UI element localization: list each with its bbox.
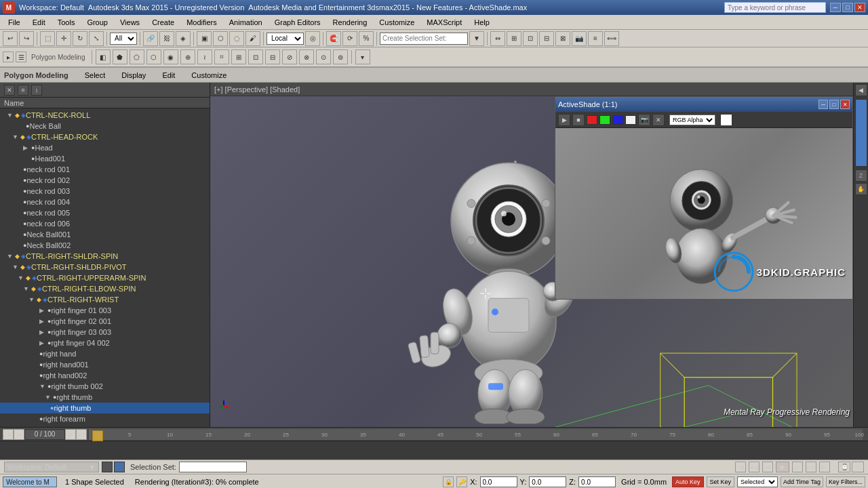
poly-btn7[interactable]: ≀ [197, 49, 212, 64]
as-render-btn[interactable]: ▶ [558, 114, 570, 126]
view-sel-btn[interactable]: ▣ [197, 31, 212, 46]
anim-end-btn[interactable]: ▶| [819, 462, 830, 472]
normal-align-btn[interactable]: ⊟ [539, 31, 554, 46]
poly-btn3[interactable]: ⬠ [130, 49, 144, 64]
maximize-btn[interactable]: □ [842, 3, 853, 12]
pct-snap-btn[interactable]: % [359, 31, 374, 46]
bind-btn[interactable]: ◈ [176, 31, 191, 46]
as-close-render[interactable]: ✕ [652, 114, 665, 126]
menu-edit[interactable]: Edit [27, 15, 51, 29]
menu-views[interactable]: Views [115, 15, 145, 29]
place-high-btn[interactable]: ⊠ [555, 31, 570, 46]
viewport-canvas[interactable]: ActiveShade (1:1) ─ □ ✕ ▶ ■ [210, 96, 853, 427]
poly-btn5[interactable]: ◉ [163, 49, 178, 64]
poly-btn1[interactable]: ◧ [96, 49, 111, 64]
poly-btn11[interactable]: ⊟ [265, 49, 280, 64]
layer-align-btn[interactable]: ≡ [588, 31, 603, 46]
anim-prev-frame[interactable]: ◀ [762, 462, 773, 472]
align-btn[interactable]: ⊞ [507, 31, 521, 46]
anim-next-frame[interactable]: ▶ [792, 462, 803, 472]
selection-set-input[interactable] [179, 462, 247, 472]
tree-item-ctrl-right-elbow[interactable]: ▼ ◆ ◈ CTRL-RIGHT-ELBOW-SPIN [0, 283, 210, 294]
tree-item-ctrl-head[interactable]: ▼ ◆ ◈ CTRL-HEAD-ROCK [0, 131, 210, 142]
y-input[interactable] [529, 476, 566, 487]
arrow-head-rock[interactable]: ▼ [12, 134, 20, 140]
color-white[interactable] [625, 115, 636, 125]
tab-customize[interactable]: Customize [186, 70, 232, 81]
as-close-btn[interactable]: ✕ [840, 100, 850, 109]
arrow-finger02[interactable]: ▶ [39, 318, 47, 325]
menu-file[interactable]: File [3, 15, 26, 29]
arrow-neck-roll[interactable]: ▼ [7, 112, 15, 119]
tree-item-rightthumb[interactable]: ● right thumb [0, 403, 210, 413]
arrow-rght-pivot[interactable]: ▼ [12, 264, 20, 270]
poly-btn12[interactable]: ⊘ [282, 49, 297, 64]
angle-snap-btn[interactable]: ⟳ [342, 31, 357, 46]
tree-item-righthand[interactable]: ● right hand [0, 348, 210, 359]
menu-animation[interactable]: Animation [224, 15, 268, 29]
poly-btn10[interactable]: ⊡ [248, 49, 263, 64]
as-cam-btn[interactable]: 📷 [638, 114, 650, 126]
tree-item-rightthumb002[interactable]: ▼ ● right thumb 002 [0, 381, 210, 392]
move-btn[interactable]: ✛ [56, 31, 71, 46]
search-input[interactable] [724, 2, 826, 13]
as-minimize-btn[interactable]: ─ [818, 100, 828, 109]
tree-item-head001[interactable]: ● Head001 [0, 153, 210, 164]
rt-scroll-area[interactable] [855, 99, 867, 167]
coord-dropdown[interactable]: Local [267, 33, 304, 45]
scale-btn[interactable]: ⤡ [89, 31, 104, 46]
tree-item-neck-rod006[interactable]: ● neck rod 006 [0, 218, 210, 229]
poly-btn14[interactable]: ⊙ [316, 49, 331, 64]
timeline-prev-btn[interactable]: ◀ [14, 429, 24, 440]
key-filter-dropdown[interactable]: Selected [737, 476, 778, 487]
scene-btn-x[interactable]: ✕ [4, 85, 15, 96]
timeline-end-btn[interactable]: ▶| [76, 429, 87, 440]
layer-exp-btn[interactable]: ☰ [16, 52, 26, 62]
unlink-btn[interactable]: ⛓ [159, 31, 174, 46]
timeline-slider-track[interactable]: 5 10 15 20 25 30 35 40 45 50 55 60 65 70… [90, 429, 863, 440]
arrow-right-upper[interactable]: ▼ [18, 274, 26, 281]
poly-btn2[interactable]: ⬟ [113, 49, 127, 64]
anim-next-btn[interactable]: ▶▶ [806, 462, 816, 472]
as-mode-select[interactable]: RGB Alpha RGB Alpha [669, 115, 715, 125]
key-filters-btn[interactable]: Key Filters... [826, 476, 865, 487]
tab-select[interactable]: Select [79, 70, 111, 81]
arrow-finger04[interactable]: ▶ [39, 340, 47, 346]
named-selection-input[interactable] [380, 33, 468, 45]
arrow-rghtthumb[interactable]: ▼ [45, 394, 53, 401]
layer-dropdown[interactable]: All [110, 33, 137, 45]
tree-item-ctrl-right-shldr[interactable]: ▼ ◆ ◈ CTRL-RIGHT-SHLDR-SPIN [0, 251, 210, 262]
select-btn[interactable]: ⬚ [40, 31, 55, 46]
tree-item-ctrl-right-upper[interactable]: ▼ ◆ ◈ CTRL-RIGHT-UPPERARM-SPIN [0, 272, 210, 283]
tree-item-ctrl-neck-roll[interactable]: ▼ ◆ ◈ CTRL-NECK-ROLL [0, 110, 210, 121]
link-btn[interactable]: 🔗 [143, 31, 158, 46]
scene-exp-btn[interactable]: ▸ [3, 52, 14, 62]
paint-sel-btn[interactable]: 🖌 [245, 31, 260, 46]
color-blue[interactable] [612, 115, 623, 125]
tab-display[interactable]: Display [116, 70, 151, 81]
snap-btn[interactable]: 🧲 [326, 31, 341, 46]
tree-item-neckball001[interactable]: ● Neck Ball001 [0, 229, 210, 240]
mirror-btn[interactable]: ⇔ [490, 31, 505, 46]
tree-item-neck-ball[interactable]: ● Neck Ball [0, 121, 210, 131]
menu-tools[interactable]: Tools [52, 15, 81, 29]
lock-icon[interactable]: 🔒 [443, 476, 454, 487]
tree-item-righthand001[interactable]: ● right hand001 [0, 359, 210, 370]
timeline-next-btn[interactable]: ▶ [65, 429, 76, 440]
arrow-head[interactable]: ▶ [23, 144, 31, 151]
undo-btn[interactable]: ↩ [3, 31, 18, 46]
tree-item-neck-rod004[interactable]: ● neck rod 004 [0, 197, 210, 207]
poly-btn8[interactable]: ⌗ [214, 49, 229, 64]
tree-item-neck-rod001[interactable]: ● neck rod 001 [0, 164, 210, 175]
close-btn[interactable]: ✕ [854, 3, 865, 12]
tree-item-ctrl-right-wrist[interactable]: ▼ ◆ ◈ CTRL-RIGHT-WRIST [0, 294, 210, 305]
render-icon[interactable] [114, 462, 125, 472]
align-cam-btn[interactable]: 📷 [572, 31, 587, 46]
menu-maxscript[interactable]: MAXScript [421, 15, 467, 29]
ribbon-expand-btn[interactable]: ▾ [355, 49, 370, 64]
workspace-display[interactable]: Workspace: Default ▼ [4, 462, 99, 472]
scene-btn-sort[interactable]: ↕ [31, 85, 42, 96]
tree-item-finger02[interactable]: ▶ ● right finger 02 001 [0, 316, 210, 327]
rt-zoom-btn[interactable]: Z [855, 169, 867, 182]
poly-btn6[interactable]: ⊕ [180, 49, 195, 64]
